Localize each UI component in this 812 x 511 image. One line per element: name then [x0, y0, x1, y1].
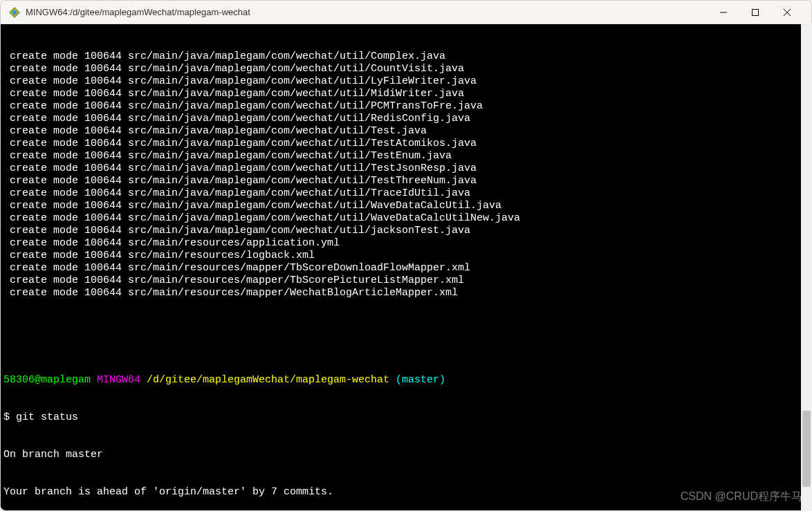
window-controls	[708, 1, 803, 24]
command-git-status: $ git status	[3, 411, 809, 424]
create-mode-line: create mode 100644 src/main/java/maplega…	[3, 125, 809, 138]
create-mode-line: create mode 100644 src/main/java/maplega…	[3, 212, 809, 225]
create-mode-line: create mode 100644 src/main/java/maplega…	[3, 113, 809, 125]
window-title: MINGW64:/d/gitee/maplegamWechat/maplegam…	[26, 7, 250, 17]
create-mode-line: create mode 100644 src/main/resources/ap…	[3, 237, 809, 250]
create-mode-line: create mode 100644 src/main/java/maplega…	[3, 175, 809, 187]
create-mode-line: create mode 100644 src/main/java/maplega…	[3, 63, 809, 75]
close-button[interactable]	[771, 1, 803, 24]
create-mode-line: create mode 100644 src/main/java/maplega…	[3, 138, 809, 150]
create-mode-line: create mode 100644 src/main/resources/ma…	[3, 287, 809, 299]
scrollbar[interactable]	[801, 24, 812, 511]
status-output: Your branch is ahead of 'origin/master' …	[3, 486, 809, 499]
create-mode-line: create mode 100644 src/main/java/maplega…	[3, 75, 809, 88]
create-mode-line: create mode 100644 src/main/java/maplega…	[3, 187, 809, 200]
create-mode-line: create mode 100644 src/main/java/maplega…	[3, 200, 809, 212]
scroll-thumb[interactable]	[802, 411, 811, 487]
create-mode-line: create mode 100644 src/main/java/maplega…	[3, 150, 809, 162]
create-mode-line: create mode 100644 src/main/resources/ma…	[3, 275, 809, 287]
git-output-create: create mode 100644 src/main/java/maplega…	[3, 50, 809, 299]
create-mode-line: create mode 100644 src/main/java/maplega…	[3, 162, 809, 175]
create-mode-line: create mode 100644 src/main/resources/lo…	[3, 250, 809, 262]
create-mode-line: create mode 100644 src/main/java/maplega…	[3, 225, 809, 237]
terminal-body[interactable]: create mode 100644 src/main/java/maplega…	[1, 24, 811, 510]
titlebar[interactable]: MINGW64:/d/gitee/maplegamWechat/maplegam…	[1, 1, 811, 24]
maximize-button[interactable]	[739, 1, 771, 24]
blank-line	[3, 324, 809, 337]
minimize-button[interactable]	[708, 1, 739, 24]
prompt-line: 58306@maplegam MINGW64 /d/gitee/maplegam…	[3, 374, 809, 387]
create-mode-line: create mode 100644 src/main/java/maplega…	[3, 100, 809, 113]
terminal-window: MINGW64:/d/gitee/maplegamWechat/maplegam…	[0, 0, 812, 511]
app-icon	[9, 7, 20, 18]
create-mode-line: create mode 100644 src/main/java/maplega…	[3, 50, 809, 63]
status-output: On branch master	[3, 449, 809, 461]
create-mode-line: create mode 100644 src/main/resources/ma…	[3, 262, 809, 275]
svg-rect-4	[753, 9, 759, 15]
create-mode-line: create mode 100644 src/main/java/maplega…	[3, 88, 809, 100]
